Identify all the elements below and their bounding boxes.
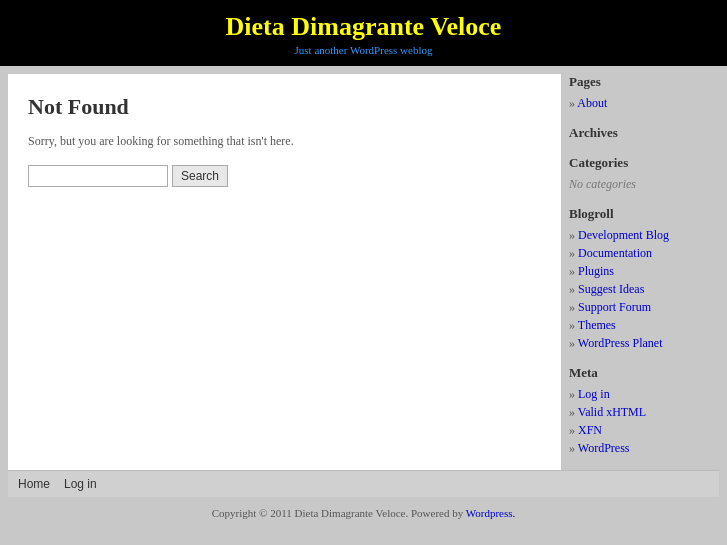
list-item: Log in xyxy=(569,387,719,402)
sidebar-section-blogroll: Blogroll Development Blog Documentation … xyxy=(569,206,719,351)
site-tagline: Just another WordPress weblog xyxy=(0,44,727,56)
list-item: Plugins xyxy=(569,264,719,279)
list-item: Suggest Ideas xyxy=(569,282,719,297)
sidebar-link-support[interactable]: Support Forum xyxy=(578,300,651,314)
not-found-message: Sorry, but you are looking for something… xyxy=(28,134,541,149)
nav-bar: Home Log in xyxy=(8,470,719,497)
search-button[interactable]: Search xyxy=(172,165,228,187)
search-form: Search xyxy=(28,165,541,187)
nav-home-link[interactable]: Home xyxy=(18,477,50,491)
sidebar-link-wordpress[interactable]: WordPress xyxy=(578,441,630,455)
sidebar-link-wpplanet[interactable]: WordPress Planet xyxy=(578,336,663,350)
sidebar: Pages About Archives Categories No categ… xyxy=(569,74,719,470)
sidebar-section-meta: Meta Log in Valid xHTML XFN WordPress xyxy=(569,365,719,456)
list-item: XFN xyxy=(569,423,719,438)
sidebar-archives-heading: Archives xyxy=(569,125,719,141)
nav-login-link[interactable]: Log in xyxy=(64,477,97,491)
sidebar-link-docs[interactable]: Documentation xyxy=(578,246,652,260)
no-categories-label: No categories xyxy=(569,177,636,191)
sidebar-link-plugins[interactable]: Plugins xyxy=(578,264,614,278)
list-item: Valid xHTML xyxy=(569,405,719,420)
sidebar-pages-heading: Pages xyxy=(569,74,719,90)
site-title-link[interactable]: Dieta Dimagrante Veloce xyxy=(226,12,502,41)
sidebar-categories-heading: Categories xyxy=(569,155,719,171)
list-item: Development Blog xyxy=(569,228,719,243)
main-content: Not Found Sorry, but you are looking for… xyxy=(8,74,561,470)
sidebar-section-categories: Categories No categories xyxy=(569,155,719,192)
site-footer: Copyright © 2011 Dieta Dimagrante Veloce… xyxy=(0,497,727,529)
sidebar-meta-heading: Meta xyxy=(569,365,719,381)
sidebar-link-xhtml[interactable]: Valid xHTML xyxy=(578,405,646,419)
sidebar-item-about: About xyxy=(569,96,719,111)
list-item: Documentation xyxy=(569,246,719,261)
sidebar-link-suggest[interactable]: Suggest Ideas xyxy=(578,282,644,296)
sidebar-link-about[interactable]: About xyxy=(577,96,607,110)
not-found-heading: Not Found xyxy=(28,94,541,120)
sidebar-link-login[interactable]: Log in xyxy=(578,387,610,401)
site-header: Dieta Dimagrante Veloce Just another Wor… xyxy=(0,0,727,66)
sidebar-link-themes[interactable]: Themes xyxy=(578,318,616,332)
list-item: Support Forum xyxy=(569,300,719,315)
list-item: WordPress xyxy=(569,441,719,456)
search-input[interactable] xyxy=(28,165,168,187)
sidebar-section-pages: Pages About xyxy=(569,74,719,111)
list-item: WordPress Planet xyxy=(569,336,719,351)
list-item: Themes xyxy=(569,318,719,333)
sidebar-section-archives: Archives xyxy=(569,125,719,141)
sidebar-blogroll-heading: Blogroll xyxy=(569,206,719,222)
footer-text: Copyright © 2011 Dieta Dimagrante Veloce… xyxy=(212,507,464,519)
sidebar-link-devblog[interactable]: Development Blog xyxy=(578,228,669,242)
sidebar-link-xfn[interactable]: XFN xyxy=(578,423,602,437)
footer-wordpress-link[interactable]: Wordpress. xyxy=(466,507,516,519)
